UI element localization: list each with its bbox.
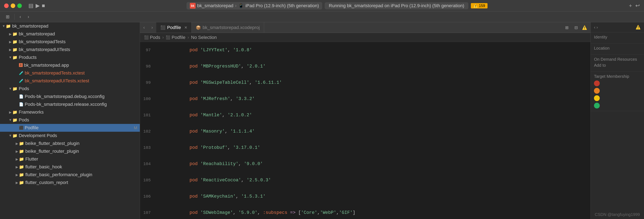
minimize-button[interactable] — [11, 4, 15, 8]
line-number: 101 — [140, 113, 155, 118]
on-demand-label: On Demand Resources — [594, 57, 641, 62]
line-number: 99 — [140, 80, 155, 85]
sidebar-item-custom-report[interactable]: ▶ 📁 flutter_custom_report — [0, 179, 140, 186]
code-line-104: 104 pod 'Reachability', '9.0.0' — [140, 156, 590, 172]
code-line-97: 97 pod 'LJYYText', '1.0.8' — [140, 42, 590, 58]
sidebar-item-app-product[interactable]: ▶ 🅰 bk_smartstorepad.app — [0, 61, 140, 69]
sidebar-item-root[interactable]: ▼ 📁 bk_smartstorepad — [0, 22, 140, 30]
add-tab-button[interactable]: + — [629, 2, 632, 9]
sidebar-item-perf-plugin[interactable]: ▶ 📁 flutter_basic_performance_plugin — [0, 171, 140, 179]
toolbar: ⊞ ‹ › — [0, 12, 644, 22]
sidebar-item-router[interactable]: ▶ 📁 beike_flutter_router_plugin — [0, 147, 140, 155]
window-controls — [4, 4, 22, 8]
target-icon-row-3 — [594, 95, 641, 101]
breadcrumb: ⬛ Pods › ⬛ Podfile › No Selection — [140, 33, 590, 42]
line-number: 97 — [140, 48, 155, 52]
sidebar-item-xcconfig-debug[interactable]: ▶ 📄 Pods-bk_smartstorepad.debug.xcconfig — [0, 92, 140, 100]
right-panel-target: Target Membership — [591, 72, 644, 111]
target-icons — [594, 80, 641, 108]
podfile-icon: ⬛ — [19, 126, 24, 130]
folder-icon: 📁 — [19, 149, 24, 154]
sidebar-item-label: flutter_custom_report — [25, 180, 68, 185]
scheme-icon: bk — [190, 3, 196, 9]
breadcrumb-no-selection[interactable]: No Selection — [191, 35, 217, 40]
run-status: Running bk_smartstorepad on iPad Pro (12… — [325, 2, 468, 9]
arrow-icon: ▶ — [15, 142, 19, 146]
tab-next-button[interactable]: › — [148, 25, 156, 30]
right-panel-back-icon: ‹ › — [594, 25, 598, 30]
split-button[interactable]: ↩ — [635, 2, 640, 9]
maximize-button[interactable] — [17, 4, 22, 8]
line-content: pod 'SAMKeychain', '1.5.3.1' — [155, 188, 590, 204]
folder-icon: 📁 — [12, 86, 18, 91]
sidebar-item-flutter[interactable]: ▶ 📁 Flutter — [0, 155, 140, 163]
play-button[interactable]: ▶ — [36, 2, 40, 9]
folder-icon: 📁 — [12, 55, 18, 60]
sidebar-item-xctest-1[interactable]: ▶ 🧪 bk_smartstorepadTests.xctest — [0, 69, 140, 77]
sidebar-item-uitests[interactable]: ▶ 📁 bk_smartstorepadUITests — [0, 46, 140, 54]
right-panel-on-demand: On Demand Resources Add to — [591, 54, 644, 72]
sidebar-item-label: bk_smartstorepadTests — [19, 39, 66, 44]
breadcrumb-pods[interactable]: ⬛ Pods — [144, 35, 160, 40]
sidebar-item-pods-folder[interactable]: ▼ 📁 Pods — [0, 85, 140, 92]
sidebar-item-pods-root[interactable]: ▼ 📁 Pods — [0, 116, 140, 124]
sidebar-item-xctest-2[interactable]: ▶ 🧪 bk_smartstorepadUITests.xctest — [0, 77, 140, 85]
folder-icon: 📁 — [12, 32, 18, 36]
folder-icon: 📁 — [19, 180, 24, 185]
sidebar-toggle-button[interactable]: ▤ — [28, 2, 34, 9]
arrow-icon: ▶ — [8, 40, 12, 44]
line-content: pod 'ReactiveCocoa', '2.5.0.3' — [155, 172, 590, 188]
editor-split-button[interactable]: ⊞ — [564, 24, 570, 31]
sidebar-item-abtest[interactable]: ▶ 📁 beike_flutter_abtest_plugin — [0, 140, 140, 147]
scheme-selector[interactable]: bk bk_smartstorepad › 📱 iPad Pro (12.9-i… — [186, 2, 322, 10]
tab-close-icon[interactable]: ✕ — [184, 25, 187, 30]
sidebar-item-tests[interactable]: ▶ 📁 bk_smartstorepadTests — [0, 38, 140, 46]
code-line-99: 99 pod 'MGSwipeTableCell', '1.6.11.1' — [140, 74, 590, 91]
sidebar-item-frameworks[interactable]: ▶ 📁 Frameworks — [0, 108, 140, 116]
line-content: pod 'SDWebImage', '5.9.0', :subspecs => … — [155, 204, 590, 219]
arrow-icon: ▶ — [15, 180, 19, 185]
identity-label: Identity — [594, 35, 641, 40]
breadcrumb-podfile[interactable]: ⬛ Podfile — [166, 35, 185, 40]
code-line-106: 106 pod 'SAMKeychain', '1.5.3.1' — [140, 188, 590, 204]
sidebar-item-podfile[interactable]: ▶ ⬛ Podfile M — [0, 124, 140, 132]
target-icon-row-2 — [594, 88, 641, 94]
tab-label: Podfile — [167, 25, 181, 30]
line-content: pod 'MGSwipeTableCell', '1.6.11.1' — [155, 74, 590, 91]
arrow-icon: ▼ — [8, 55, 12, 60]
device-icon: 📱 — [238, 3, 244, 8]
line-content: pod 'LJYYText', '1.0.8' — [155, 42, 590, 58]
sidebar-item-label: Products — [19, 55, 37, 60]
prev-button[interactable]: ‹ — [18, 14, 23, 20]
xctest-icon: 🧪 — [19, 79, 24, 83]
stop-button[interactable]: ■ — [42, 2, 45, 9]
tab-xcodeproj[interactable]: 📦 bk_smartstorepad.xcodeproj — [192, 22, 264, 33]
arrow-icon: ▶ — [8, 110, 12, 114]
next-button[interactable]: › — [26, 14, 31, 20]
device-selector[interactable]: 📱 iPad Pro (12.9-inch) (5th generation) — [238, 3, 319, 8]
target-icon-row-1 — [594, 80, 641, 86]
warning-icon: ⚠️ — [582, 25, 587, 30]
sidebar-item-basic-hook[interactable]: ▶ 📁 flutter_basic_hook — [0, 163, 140, 171]
right-panel-identity: Identity — [591, 32, 644, 44]
xcconfig-icon: 📄 — [19, 102, 24, 106]
grid-view-button[interactable]: ⊞ — [4, 14, 11, 20]
sidebar-item-dev-pods[interactable]: ▼ 📁 Development Pods — [0, 132, 140, 140]
tab-podfile[interactable]: ⬛ Podfile ✕ — [156, 22, 192, 33]
code-editor[interactable]: 97 pod 'LJYYText', '1.0.8' 98 pod 'MBPro… — [140, 42, 590, 219]
sidebar-item-app[interactable]: ▶ 📁 bk_smartstorepad — [0, 30, 140, 38]
tab-prev-button[interactable]: ‹ — [140, 25, 148, 30]
title-right: + ↩ — [629, 2, 640, 9]
arrow-icon: ▶ — [15, 149, 19, 153]
close-button[interactable] — [4, 4, 9, 8]
sidebar-item-xcconfig-release[interactable]: ▶ 📄 Pods-bk_smartstorepad.release.xcconf… — [0, 100, 140, 108]
folder-icon: 📁 — [19, 141, 24, 146]
editor-right-panel-button[interactable]: ⊟ — [573, 24, 580, 31]
sidebar-item-label: bk_smartstorepad.app — [24, 62, 69, 68]
podfile-breadcrumb-icon: ⬛ — [166, 35, 170, 40]
sidebar-item-products[interactable]: ▼ 📁 Products — [0, 54, 140, 61]
sidebar-item-label: bk_smartstorepadUITests — [19, 47, 70, 52]
xcconfig-icon: 📄 — [19, 94, 24, 99]
sidebar-item-label: Pods — [19, 117, 29, 123]
target-circle-orange — [594, 88, 600, 94]
